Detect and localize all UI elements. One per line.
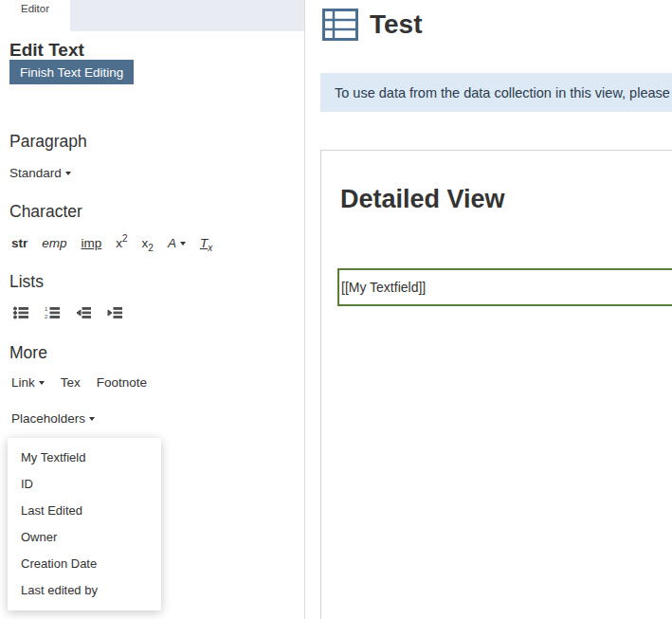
- character-toolbar: str emp imp x2 x2 A Tx: [11, 233, 212, 252]
- more-toolbar: Link Tex Footnote: [11, 375, 147, 390]
- lists-section-title: Lists: [9, 272, 44, 292]
- tabbar-filler: [70, 0, 304, 31]
- emphasis-button[interactable]: emp: [42, 236, 66, 250]
- info-banner: To use data from the data collection in …: [320, 73, 672, 112]
- footnote-button[interactable]: Footnote: [97, 375, 147, 390]
- detailed-view-card: Detailed View [[My Textfield]]: [320, 150, 672, 619]
- chevron-down-icon: [89, 417, 95, 421]
- link-dropdown-button[interactable]: Link: [11, 375, 45, 390]
- subscript-button[interactable]: x2: [142, 236, 154, 253]
- chevron-down-icon: [65, 172, 71, 175]
- bullet-list-icon[interactable]: [13, 306, 28, 319]
- outdent-icon[interactable]: [76, 306, 91, 319]
- editor-sidebar: Editor Edit Text Finish Text Editing Par…: [0, 0, 305, 619]
- font-color-button[interactable]: A: [168, 236, 186, 250]
- lists-toolbar: 1 2: [13, 306, 122, 319]
- bold-button[interactable]: str: [11, 236, 27, 250]
- menu-item-owner[interactable]: Owner: [8, 524, 161, 551]
- menu-item-id[interactable]: ID: [8, 471, 161, 498]
- info-banner-text: To use data from the data collection in …: [335, 85, 670, 100]
- menu-item-creation-date[interactable]: Creation Date: [8, 551, 161, 577]
- placeholders-menu: My Textfield ID Last Edited Owner Creati…: [8, 438, 161, 610]
- tab-editor[interactable]: Editor: [0, 0, 70, 31]
- menu-item-last-edited-by[interactable]: Last edited by: [8, 577, 161, 604]
- numbered-list-icon[interactable]: 1 2: [45, 306, 60, 319]
- table-icon: [322, 9, 358, 41]
- main-content: Test To use data from the data collectio…: [306, 0, 672, 619]
- paragraph-style-value: Standard: [9, 166, 62, 180]
- chevron-down-icon: [180, 242, 186, 246]
- chevron-down-icon: [39, 381, 45, 385]
- edit-text-title: Edit Text: [9, 40, 84, 61]
- finish-text-editing-button[interactable]: Finish Text Editing: [9, 60, 134, 84]
- more-section-title: More: [9, 343, 47, 363]
- paragraph-section-title: Paragraph: [9, 132, 87, 152]
- app-window: Editor Edit Text Finish Text Editing Par…: [0, 0, 672, 619]
- detailed-view-heading: Detailed View: [340, 185, 505, 214]
- indent-icon[interactable]: [107, 306, 122, 319]
- paragraph-style-dropdown[interactable]: Standard: [9, 166, 71, 180]
- sidebar-tabbar: Editor: [0, 0, 304, 31]
- menu-item-last-edited[interactable]: Last Edited: [8, 498, 161, 524]
- placeholders-dropdown-button[interactable]: Placeholders: [11, 411, 95, 426]
- superscript-button[interactable]: x2: [116, 233, 127, 250]
- remove-format-button[interactable]: Tx: [200, 236, 212, 253]
- important-button[interactable]: imp: [82, 236, 102, 250]
- tex-button[interactable]: Tex: [61, 375, 81, 390]
- svg-text:1: 1: [45, 306, 48, 312]
- textfield-editable[interactable]: [[My Textfield]]: [337, 268, 672, 306]
- menu-item-my-textfield[interactable]: My Textfield: [8, 445, 161, 471]
- view-title: Test: [370, 9, 423, 40]
- view-header: Test: [322, 9, 423, 41]
- character-section-title: Character: [9, 202, 82, 222]
- svg-text:2: 2: [45, 314, 48, 319]
